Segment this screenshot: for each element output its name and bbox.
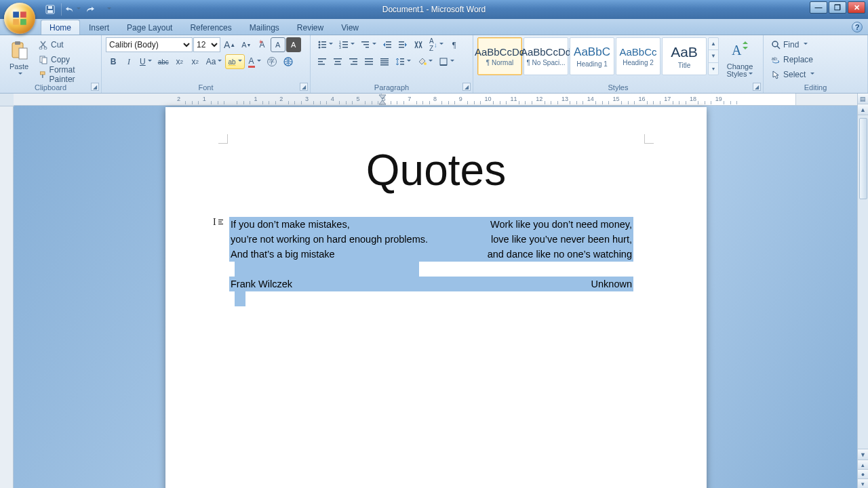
align-right-icon (349, 58, 358, 66)
svg-rect-28 (342, 47, 348, 48)
asian-layout-button[interactable] (411, 37, 426, 52)
maximize-button[interactable]: ❐ (829, 1, 846, 14)
outdent-icon (382, 40, 392, 49)
styles-gallery[interactable]: AaBbCcDd¶ Normal AaBbCcDd¶ No Spaci... A… (477, 37, 719, 75)
quote1-line1: If you don’t make mistakes, (231, 217, 350, 232)
scroll-down[interactable]: ▼ (858, 449, 868, 460)
window-title: Document1 - Microsoft Word (0, 5, 868, 14)
svg-rect-9 (19, 48, 27, 59)
align-left-button[interactable] (315, 54, 330, 69)
cut-button[interactable]: Cut (35, 37, 97, 52)
vertical-ruler[interactable] (0, 106, 14, 488)
subscript-button[interactable]: x2 (172, 54, 187, 69)
font-dialog-launcher[interactable]: ◢ (300, 83, 308, 91)
font-color-button[interactable]: A (245, 54, 264, 69)
increase-indent-button[interactable] (395, 37, 410, 52)
office-button[interactable] (4, 3, 35, 34)
find-button[interactable]: Find (768, 37, 826, 52)
svg-rect-43 (334, 64, 341, 65)
multilevel-list-button[interactable] (358, 37, 379, 52)
italic-button[interactable]: I (121, 54, 136, 69)
tab-review[interactable]: Review (288, 20, 332, 35)
replace-button[interactable]: abReplace (768, 52, 826, 67)
style-heading-1[interactable]: AaBbCHeading 1 (570, 37, 614, 75)
format-painter-icon (39, 70, 47, 79)
quote2-line1: Work like you don’t need money, (490, 217, 632, 232)
tab-insert[interactable]: Insert (80, 20, 118, 35)
help-button[interactable]: ? (852, 22, 863, 33)
bullets-button[interactable] (315, 37, 336, 52)
show-marks-button[interactable]: ¶ (447, 37, 462, 52)
document-title[interactable]: Quotes (165, 145, 707, 195)
style-title[interactable]: AaBTitle (662, 37, 707, 75)
browse-prev[interactable]: ▴ (858, 460, 868, 469)
align-right-button[interactable] (346, 54, 361, 69)
qat-undo[interactable] (64, 2, 81, 17)
page[interactable]: Quotes I If you don’t make mistakes,Work… (165, 107, 707, 488)
font-size-combo[interactable]: 12 (193, 37, 220, 52)
browse-object[interactable]: ● (858, 469, 868, 479)
strikethrough-button[interactable]: abc (155, 54, 172, 69)
document-area[interactable]: 2112345678910111213141516171819 Quotes I… (14, 94, 868, 488)
highlight-button[interactable]: ab (225, 54, 244, 69)
svg-rect-64 (218, 220, 223, 220)
align-center-button[interactable] (330, 54, 345, 69)
tab-home[interactable]: Home (41, 20, 80, 35)
paragraph-dialog-launcher[interactable]: ◢ (462, 83, 471, 91)
font-name-combo[interactable]: Calibri (Body) (106, 37, 193, 52)
text-cursor: I (213, 217, 224, 228)
line-spacing-button[interactable] (393, 54, 414, 69)
sort-button[interactable]: AZ↓ (427, 37, 446, 52)
svg-rect-22 (321, 47, 326, 48)
styles-dialog-launcher[interactable]: ◢ (753, 83, 761, 91)
grow-font-button[interactable]: A▲ (221, 37, 238, 52)
svg-point-61 (772, 41, 778, 47)
change-styles-button[interactable]: A Change Styles (723, 37, 757, 78)
paste-button[interactable]: Paste (5, 37, 33, 82)
decrease-indent-button[interactable] (380, 37, 395, 52)
svg-rect-47 (365, 58, 373, 60)
tab-page-layout[interactable]: Page Layout (118, 20, 181, 35)
shrink-font-button[interactable]: A▼ (239, 37, 254, 52)
quote1-line2: you’re not working on hard enough proble… (231, 232, 428, 247)
close-button[interactable]: ✕ (848, 1, 865, 14)
character-border-button[interactable]: A (271, 37, 285, 52)
format-painter-button[interactable]: Format Painter (35, 67, 97, 82)
style-normal[interactable]: AaBbCcDd¶ Normal (477, 37, 522, 75)
tab-references[interactable]: References (181, 20, 240, 35)
character-shading-button[interactable]: A (286, 37, 301, 52)
shading-button[interactable] (414, 54, 435, 69)
select-button[interactable]: Select (768, 67, 826, 82)
distributed-button[interactable] (377, 54, 392, 69)
phonetic-guide-button[interactable] (280, 54, 296, 69)
browse-next[interactable]: ▾ (858, 479, 868, 488)
change-case-button[interactable]: Aa (203, 54, 225, 69)
ruler-number: 1 (254, 96, 257, 102)
clipboard-dialog-launcher[interactable]: ◢ (91, 83, 99, 91)
style-heading-2[interactable]: AaBbCcHeading 2 (616, 37, 660, 75)
justify-button[interactable] (361, 54, 376, 69)
scroll-up[interactable]: ▲ (858, 104, 868, 115)
ruler-number: 17 (664, 96, 671, 102)
styles-gallery-scroll[interactable]: ▲▼▾ (708, 37, 719, 75)
superscript-button[interactable]: x2 (188, 54, 203, 69)
numbering-button[interactable]: 123 (336, 37, 357, 52)
tab-mailings[interactable]: Mailings (241, 20, 288, 35)
minimize-button[interactable]: — (810, 1, 827, 14)
vertical-scrollbar[interactable]: ▤ ▲ ▼ ▴ ● ▾ (857, 94, 868, 488)
scroll-thumb[interactable] (859, 118, 867, 199)
borders-button[interactable] (436, 54, 457, 69)
qat-customize[interactable] (100, 2, 116, 17)
underline-button[interactable]: U (137, 54, 155, 69)
tab-view[interactable]: View (332, 20, 368, 35)
ruler-toggle[interactable]: ▤ (858, 94, 868, 104)
clear-formatting-button[interactable]: A✶ (255, 37, 270, 52)
qat-save[interactable] (42, 2, 58, 17)
horizontal-ruler[interactable]: 2112345678910111213141516171819 (14, 94, 857, 106)
bold-button[interactable]: B (106, 54, 121, 69)
enclose-characters-button[interactable]: 字 (264, 54, 279, 69)
selected-text-block[interactable]: If you don’t make mistakes,Work like you… (229, 217, 633, 306)
style-no-spacing[interactable]: AaBbCcDd¶ No Spaci... (524, 37, 568, 75)
empty-selected-line (235, 262, 419, 277)
qat-redo[interactable] (82, 2, 98, 17)
